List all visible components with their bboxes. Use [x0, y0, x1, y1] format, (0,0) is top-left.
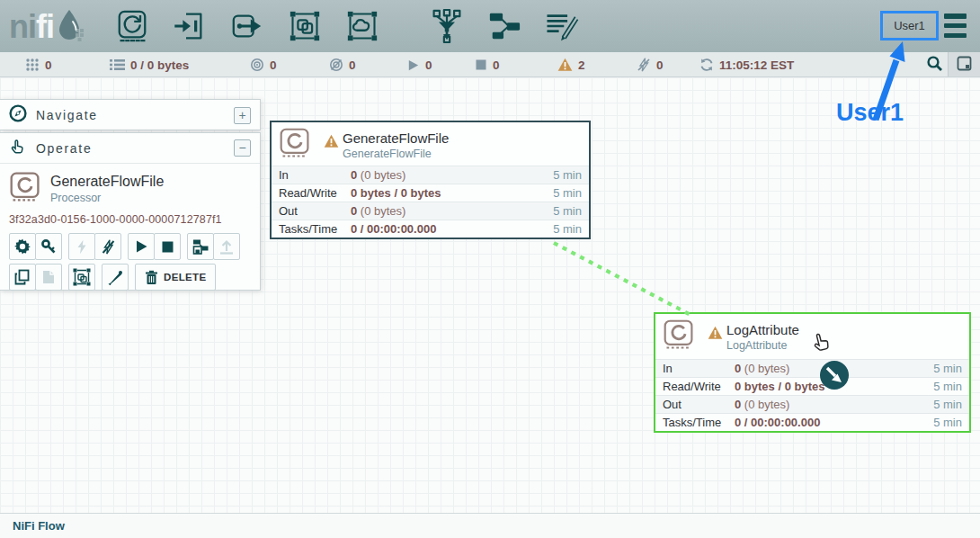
delete-button[interactable]: DELETE [135, 264, 216, 291]
invalid-status: 2 [557, 52, 585, 77]
stat-row-in: In 0 (0 bytes) 5 min [655, 359, 969, 377]
processor-generateflowfile[interactable]: GenerateFlowFile GenerateFlowFile In 0 (… [270, 121, 591, 239]
running-count: 0 [425, 58, 432, 72]
stat-row-readwrite: Read/Write 0 bytes / 0 bytes 5 min [655, 377, 969, 395]
last-refreshed-time: 11:05:12 EST [719, 58, 794, 72]
start-button[interactable] [128, 233, 155, 260]
processor-header: GenerateFlowFile GenerateFlowFile [272, 122, 589, 164]
processor-stamp-icon [663, 318, 695, 355]
nifi-logo: nifi [9, 7, 86, 47]
nifi-application: nifi [0, 0, 980, 538]
nifi-droplet-icon [56, 7, 86, 47]
processor-stamp-icon [279, 127, 311, 164]
component-toolbar [115, 7, 579, 45]
disabled-icon [637, 58, 651, 72]
selected-component: GenerateFlowFile Processor [9, 171, 251, 207]
queued-data-icon [110, 58, 125, 72]
transmitting-count: 0 [270, 58, 277, 72]
app-header: nifi [0, 0, 980, 52]
breadcrumb[interactable]: NiFi Flow [13, 519, 65, 533]
stat-row-taskstime: Tasks/Time 0 / 00:00:00.000 5 min [272, 220, 589, 238]
disabled-count: 0 [656, 58, 664, 72]
navigate-title: Navigate [36, 108, 225, 122]
processor-stats: In 0 (0 bytes) 5 min Read/Write 0 bytes … [272, 166, 589, 238]
not-transmitting-icon [329, 58, 343, 72]
processor-type: GenerateFlowFile [343, 148, 432, 160]
active-threads-status: 0 [25, 52, 52, 77]
running-status: 0 [406, 52, 432, 77]
disable-crossed-lightning-button[interactable] [94, 233, 121, 260]
processor-name: GenerateFlowFile [343, 130, 449, 146]
selected-component-id: 3f32a3d0-0156-1000-0000-0000712787f1 [9, 213, 251, 226]
output-port-icon[interactable] [230, 7, 264, 45]
delete-button-label: DELETE [164, 272, 206, 282]
warning-icon [324, 134, 339, 152]
access-policies-key-button[interactable] [35, 233, 62, 260]
bulletin-panel-button[interactable] [948, 52, 980, 76]
running-icon [406, 58, 420, 72]
invalid-count: 2 [578, 58, 585, 72]
navigate-compass-icon [9, 104, 27, 126]
not-transmitting-status: 0 [329, 52, 356, 77]
stat-row-out: Out 0 (0 bytes) 5 min [655, 395, 969, 413]
queued-data-count: 0 / 0 bytes [130, 58, 189, 72]
label-icon[interactable] [545, 7, 579, 45]
configure-gear-button[interactable] [9, 233, 36, 260]
breadcrumb-bar: NiFi Flow [0, 513, 980, 538]
processor-icon[interactable] [115, 7, 149, 45]
stopped-count: 0 [493, 58, 500, 72]
global-menu-icon[interactable] [944, 13, 967, 38]
search-button[interactable] [921, 52, 948, 76]
funnel-icon[interactable] [430, 7, 464, 45]
copy-button[interactable] [9, 264, 36, 291]
not-transmitting-count: 0 [349, 58, 356, 72]
process-group-icon[interactable] [288, 7, 322, 45]
paste-button[interactable] [35, 264, 62, 291]
selected-component-type: Processor [50, 192, 164, 204]
stop-button[interactable] [154, 233, 181, 260]
disabled-status: 0 [637, 52, 664, 77]
warning-icon [708, 326, 723, 344]
queued-data-status: 0 / 0 bytes [110, 52, 189, 77]
input-port-icon[interactable] [173, 7, 207, 45]
transmitting-icon [250, 58, 264, 72]
operate-title: Operate [36, 141, 225, 156]
remote-process-group-icon[interactable] [345, 7, 379, 45]
stopped-status: 0 [475, 52, 500, 77]
upload-template-button[interactable] [213, 233, 240, 260]
stat-row-out: Out 0 (0 bytes) 5 min [272, 202, 589, 220]
processor-stamp-icon [9, 171, 41, 207]
flow-status-bar: 0 0 / 0 bytes 0 [0, 52, 980, 77]
current-user-label[interactable]: User1 [880, 11, 939, 40]
trash-icon [145, 270, 158, 285]
group-selection-button[interactable] [68, 264, 95, 291]
transmitting-status: 0 [250, 52, 277, 77]
navigate-expand-button[interactable]: + [234, 107, 251, 124]
processor-stats: In 0 (0 bytes) 5 min Read/Write 0 bytes … [655, 359, 969, 431]
create-template-button[interactable] [187, 233, 214, 260]
note-panel-icon [957, 56, 972, 74]
logo-text-fi: fi [36, 8, 54, 46]
operate-hand-icon [9, 138, 27, 159]
operate-button-row-2: DELETE [9, 264, 251, 291]
processor-type: LogAttribute [726, 339, 787, 352]
refresh-icon[interactable] [699, 58, 714, 72]
navigate-palette: Navigate + [0, 99, 261, 130]
operate-palette: Operate − GenerateFlowFile Processor 3f3… [0, 132, 261, 291]
stat-row-taskstime: Tasks/Time 0 / 00:00:00.000 5 min [655, 413, 969, 431]
change-color-brush-button[interactable] [102, 264, 129, 291]
invalid-warning-icon [557, 58, 573, 72]
stat-row-readwrite: Read/Write 0 bytes / 0 bytes 5 min [272, 184, 589, 202]
search-icon [926, 55, 943, 75]
active-threads-icon [25, 58, 40, 72]
stopped-icon [475, 58, 487, 71]
selected-component-name: GenerateFlowFile [50, 174, 164, 190]
enable-lightning-button[interactable] [68, 233, 95, 260]
processor-logattribute[interactable]: LogAttribute LogAttribute In 0 (0 bytes)… [654, 312, 971, 433]
active-threads-count: 0 [45, 58, 52, 72]
operate-collapse-button[interactable]: − [234, 139, 251, 157]
template-icon[interactable] [487, 7, 521, 45]
processor-name: LogAttribute [726, 322, 799, 337]
operate-button-row-1 [9, 233, 251, 260]
annotation-user1-label: User1 [836, 99, 904, 127]
